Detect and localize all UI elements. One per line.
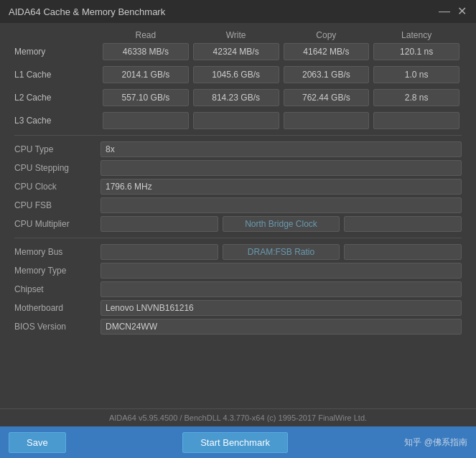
cpu-multiplier-label: CPU Multiplier [14,219,101,229]
memory-copy-value: 41642 MB/s [284,43,370,60]
minimize-button[interactable]: — [439,6,450,17]
col-read: Read [101,30,191,40]
motherboard-label: Motherboard [14,303,101,313]
main-window: AIDA64 Cache & Memory Benchmark — ✕ Read… [0,0,476,458]
l2-latency-cell: 2.8 ns [373,89,459,106]
memory-latency-value: 120.1 ns [373,43,459,60]
l2-row: L2 Cache 557.10 GB/s 814.23 GB/s 762.44 … [14,89,462,106]
l1-read-cell: 2014.1 GB/s [103,66,189,83]
save-button[interactable]: Save [9,432,66,453]
l2-write-cell: 814.23 GB/s [193,89,279,106]
dram-row-group: DRAM:FSB Ratio [101,244,462,260]
footer-info: AIDA64 v5.95.4500 / BenchDLL 4.3.770-x64… [0,408,476,426]
cpu-multiplier-value [101,216,218,232]
cpu-multiplier-row: CPU Multiplier North Bridge Clock [14,216,462,232]
l1-copy-value: 2063.1 GB/s [284,66,370,83]
memory-bus-row: Memory Bus DRAM:FSB Ratio [14,244,462,260]
info-section: CPU Type 8x CPU Stepping CPU Clock 1796.… [14,141,462,335]
l3-latency-cell [373,112,459,129]
dram-fsb-value [344,244,462,260]
close-button[interactable]: ✕ [456,6,467,17]
memory-write-cell: 42324 MB/s [193,43,279,60]
col-latency: Latency [371,30,462,40]
cpu-type-row: CPU Type 8x [14,141,462,157]
title-bar: AIDA64 Cache & Memory Benchmark — ✕ [0,0,476,23]
l2-write-value: 814.23 GB/s [193,89,279,106]
col-copy: Copy [281,30,372,40]
watermark: 知乎 @佛系指南 [404,436,467,449]
column-headers: Read Write Copy Latency [14,30,462,40]
cpu-clock-label: CPU Clock [14,182,101,192]
memory-write-value: 42324 MB/s [193,43,279,60]
bios-value: DMCN24WW [101,319,462,335]
l3-write-value [193,112,279,129]
l3-copy-value [284,112,370,129]
l3-write-cell [193,112,279,129]
memory-copy-cell: 41642 MB/s [284,43,370,60]
l3-row: L3 Cache [14,112,462,129]
footer-text: AIDA64 v5.95.4500 / BenchDLL 4.3.770-x64… [109,413,367,422]
chipset-label: Chipset [14,284,101,294]
l3-label: L3 Cache [14,116,101,126]
memory-bus-label: Memory Bus [14,247,101,257]
cpu-fsb-value [101,197,462,213]
cpu-stepping-label: CPU Stepping [14,163,101,173]
l1-latency-value: 1.0 ns [373,66,459,83]
chipset-value [101,281,462,297]
l1-row: L1 Cache 2014.1 GB/s 1045.6 GB/s 2063.1 … [14,66,462,83]
memory-row: Memory 46338 MB/s 42324 MB/s 41642 MB/s … [14,43,462,60]
north-bridge-clock-value [344,216,462,232]
start-benchmark-button[interactable]: Start Benchmark [182,432,288,453]
cpu-stepping-row: CPU Stepping [14,160,462,176]
l2-read-value: 557.10 GB/s [103,89,189,106]
motherboard-value: Lenovo LNVNB161216 [101,300,462,316]
cpu-type-label: CPU Type [14,144,101,154]
cpu-clock-row: CPU Clock 1796.6 MHz [14,179,462,195]
cpu-stepping-value [101,160,462,176]
cpu-fsb-label: CPU FSB [14,200,101,210]
dram-fsb-label: DRAM:FSB Ratio [223,244,340,260]
l3-read-cell [103,112,189,129]
memory-type-value [101,263,462,279]
bios-label: BIOS Version [14,322,101,332]
bottom-bar: Save Start Benchmark 知乎 @佛系指南 [0,426,476,458]
l1-write-cell: 1045.6 GB/s [193,66,279,83]
memory-latency-cell: 120.1 ns [373,43,459,60]
separator-2 [14,238,462,238]
l1-write-value: 1045.6 GB/s [193,66,279,83]
l1-copy-cell: 2063.1 GB/s [284,66,370,83]
cpu-type-value: 8x [101,141,462,157]
l2-copy-value: 762.44 GB/s [284,89,370,106]
l3-latency-value [373,112,459,129]
memory-read-value: 46338 MB/s [103,43,189,60]
title-controls: — ✕ [439,6,467,17]
cpu-fsb-row: CPU FSB [14,197,462,213]
l2-label: L2 Cache [14,93,101,103]
cpu-clock-value: 1796.6 MHz [101,179,462,195]
main-content: Read Write Copy Latency Memory 46338 MB/… [0,23,476,408]
window-title: AIDA64 Cache & Memory Benchmark [9,6,165,17]
l1-read-value: 2014.1 GB/s [103,66,189,83]
motherboard-row: Motherboard Lenovo LNVNB161216 [14,300,462,316]
memory-type-row: Memory Type [14,263,462,279]
memory-type-label: Memory Type [14,266,101,276]
chipset-row: Chipset [14,281,462,297]
l3-read-value [103,112,189,129]
l3-copy-cell [284,112,370,129]
l2-copy-cell: 762.44 GB/s [284,89,370,106]
l1-latency-cell: 1.0 ns [373,66,459,83]
memory-read-cell: 46338 MB/s [103,43,189,60]
north-bridge-clock-label: North Bridge Clock [223,216,340,232]
l1-label: L1 Cache [14,70,101,80]
bios-row: BIOS Version DMCN24WW [14,319,462,335]
l2-latency-value: 2.8 ns [373,89,459,106]
l2-read-cell: 557.10 GB/s [103,89,189,106]
memory-bus-value [101,244,218,260]
separator-1 [14,135,462,136]
north-bridge-group: North Bridge Clock [101,216,462,232]
col-write: Write [191,30,281,40]
memory-label: Memory [14,47,101,57]
